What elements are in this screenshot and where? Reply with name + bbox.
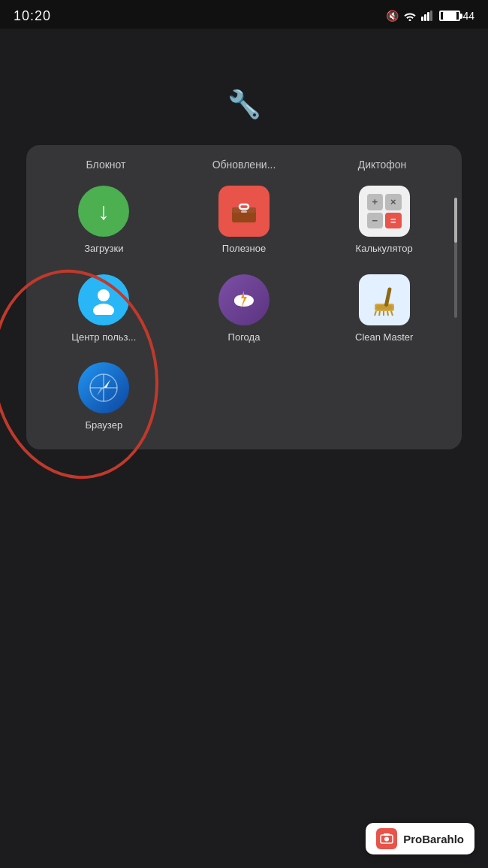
app-label-browser: Браузер [86,419,123,431]
wallpaper: 🔧 Блокнот Обновлени... Диктофон ↓ Загруз… [0,29,488,868]
mute-icon: 🔇 [386,10,399,22]
app-label-calculator: Калькулятор [356,243,413,255]
app-item-calculator[interactable]: + × − = Калькулятор [314,177,454,265]
svg-line-21 [391,311,393,316]
app-label-useful: Полезное [222,243,266,255]
battery-container: 44 [439,10,474,22]
app-label-cleanmaster: Clean Master [355,331,413,343]
svg-marker-25 [104,380,110,388]
status-time: 10:20 [14,8,51,24]
usercenter-icon [78,274,129,325]
weather-icon [218,274,270,325]
svg-rect-29 [384,833,390,836]
pro-barahlo-icon [376,828,397,849]
calc-plus: + [367,194,384,210]
app-drawer: Блокнот Обновлени... Диктофон ↓ Загрузки [26,145,462,449]
tools-icon-container: 🔧 [227,89,261,120]
app-item-downloads[interactable]: ↓ Загрузки [34,177,174,265]
svg-line-20 [387,311,388,316]
pro-barahlo-badge[interactable]: ProBarahlo [366,823,474,854]
downloads-icon: ↓ [78,186,129,237]
svg-rect-2 [427,12,429,21]
svg-rect-6 [239,204,249,209]
battery-level: 44 [462,10,474,22]
app-item-cleanmaster[interactable]: Clean Master [314,265,454,354]
app-item-useful[interactable]: Полезное [174,177,315,265]
app-label-downloads: Загрузки [84,243,123,255]
svg-rect-7 [241,210,247,213]
app-item-usercenter[interactable]: Центр польз... [34,265,174,354]
useful-icon [218,186,270,237]
svg-rect-3 [430,11,432,21]
app-item-empty2 [314,353,454,442]
app-label-usercenter: Центр польз... [71,331,136,343]
svg-marker-26 [97,388,104,396]
svg-rect-1 [424,14,426,21]
wifi-icon [403,11,417,21]
status-bar: 10:20 🔇 44 [0,0,488,29]
svg-line-17 [375,311,376,316]
calc-minus: − [367,213,384,229]
svg-rect-15 [376,305,393,310]
cleanmaster-icon [359,274,410,325]
app-item-weather[interactable]: Погода [174,265,315,354]
header-label-updates: Обновлени... [175,159,313,171]
calc-equals: = [385,213,402,229]
header-row: Блокнот Обновлени... Диктофон [34,159,454,171]
header-label-recorder: Диктофон [313,159,451,171]
calc-times: × [385,194,402,210]
app-label-weather: Погода [228,331,261,343]
arrow-icon: ↓ [98,199,110,223]
header-label-notepad: Блокнот [37,159,175,171]
browser-icon [78,362,129,413]
svg-point-9 [93,304,114,315]
scrollbar[interactable] [454,198,457,318]
app-grid: ↓ Загрузки Полезное [34,177,454,442]
battery-icon [439,11,460,21]
signal-icon [421,11,435,21]
svg-rect-0 [421,17,423,21]
svg-point-28 [384,837,389,842]
app-item-browser[interactable]: Браузер [34,353,174,442]
app-item-empty1 [174,353,315,442]
scrollbar-thumb [454,198,457,243]
svg-line-18 [379,311,380,316]
tools-icon: 🔧 [227,89,261,120]
status-icons: 🔇 44 [386,10,474,22]
svg-point-8 [98,289,110,301]
pro-barahlo-label: ProBarahlo [403,833,464,845]
calculator-icon: + × − = [359,186,410,237]
